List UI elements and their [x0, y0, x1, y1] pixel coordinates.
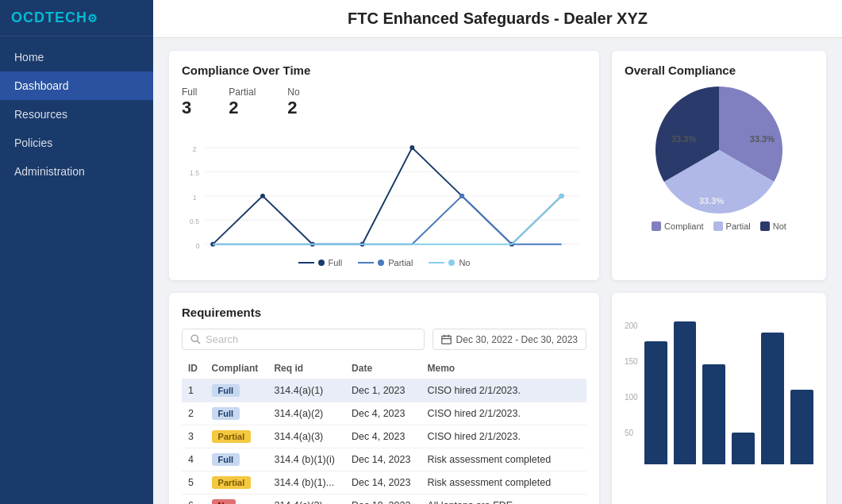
cell-date: Dec 4, 2023 — [345, 425, 421, 448]
stat-no-label: No — [287, 87, 299, 98]
calendar-icon — [441, 334, 452, 344]
pie-legend-partial: Partial — [713, 221, 751, 231]
cell-req-id: 314.4(a)(1) — [267, 379, 345, 402]
search-icon — [190, 334, 201, 344]
topbar: FTC Enhanced Safeguards - Dealer XYZ — [153, 0, 842, 38]
table-row[interactable]: 3 Partial 314.4(a)(3) Dec 4, 2023 CISO h… — [182, 425, 586, 448]
col-req-id: Req id — [267, 358, 345, 379]
legend-full: Full — [298, 258, 343, 267]
sidebar-item-policies[interactable]: Policies — [0, 129, 153, 157]
table-row[interactable]: 4 Full 314.4 (b)(1)(i) Dec 14, 2023 Risk… — [182, 448, 586, 471]
cell-req-id: 314.4(a)(2) — [267, 402, 345, 425]
compliance-badge: No — [212, 499, 236, 504]
stat-no-value: 2 — [287, 98, 299, 118]
compliant-label: Compliant — [664, 221, 704, 231]
cell-compliant: Full — [206, 402, 268, 425]
bars-container — [644, 321, 813, 464]
legend-no-label: No — [459, 258, 470, 267]
svg-text:Dec 12: Dec 12 — [404, 252, 426, 253]
y-axis: 50 100 150 200 — [625, 321, 638, 464]
partial-color — [713, 221, 723, 231]
svg-text:Dec 18: Dec 18 — [503, 252, 525, 253]
cell-id: 6 — [182, 494, 206, 505]
svg-text:Dec 21: Dec 21 — [552, 252, 574, 253]
cell-memo: CISO hired 2/1/2023. — [421, 402, 587, 425]
content-area: Compliance Over Time Full 3 Partial 2 No… — [153, 38, 842, 504]
pie-legend-not: Not — [760, 221, 786, 231]
line-chart-svg: 0 0.5 1 1.5 2 Nov 30 2023 — [182, 126, 586, 253]
pie-label-not: 33.3% — [699, 196, 724, 206]
svg-text:Dec 6: Dec 6 — [306, 252, 325, 253]
stat-partial: Partial 2 — [229, 87, 256, 118]
table-row[interactable]: 2 Full 314.4(a)(2) Dec 4, 2023 CISO hire… — [182, 402, 586, 425]
table-header: ID Compliant Req id Date Memo — [182, 358, 586, 379]
legend-no: No — [429, 258, 470, 267]
bar-rect-5 — [761, 333, 784, 464]
overall-compliance-card: Overall Compliance 33.3% 33.3% 33 — [612, 51, 826, 280]
cell-memo: Risk assessment completed — [421, 448, 587, 471]
cell-date: Dec 4, 2023 — [345, 402, 421, 425]
cell-id: 2 — [182, 402, 206, 425]
svg-text:0.5: 0.5 — [190, 217, 199, 225]
cell-id: 5 — [182, 471, 206, 494]
not-label: Not — [773, 221, 786, 231]
stat-no: No 2 — [287, 87, 299, 118]
bar-4 — [732, 321, 755, 464]
cell-id: 1 — [182, 379, 206, 402]
stat-partial-label: Partial — [229, 87, 256, 98]
col-id: ID — [182, 358, 206, 379]
line-chart-legend: Full Partial No — [182, 258, 586, 267]
sidebar-item-resources[interactable]: Resources — [0, 100, 153, 129]
cell-req-id: 314.4(a)(3) — [267, 425, 345, 448]
search-placeholder: Search — [206, 333, 238, 345]
svg-rect-31 — [441, 336, 450, 344]
main-content: FTC Enhanced Safeguards - Dealer XYZ Com… — [153, 0, 842, 504]
svg-text:Dec 3: Dec 3 — [256, 252, 275, 253]
stat-full: Full 3 — [182, 87, 197, 118]
table-row[interactable]: 1 Full 314.4(a)(1) Dec 1, 2023 CISO hire… — [182, 379, 586, 402]
logo-ocd: OCD — [11, 10, 45, 25]
cell-compliant: Partial — [206, 425, 268, 448]
date-filter[interactable]: Dec 30, 2022 - Dec 30, 2023 — [433, 329, 586, 350]
logo-tech: TECH — [45, 10, 87, 25]
logo-icon: ⚙ — [87, 12, 98, 25]
svg-point-20 — [260, 194, 265, 198]
cell-compliant: Full — [206, 379, 268, 402]
cell-memo: All laptops are FDE — [421, 494, 587, 505]
partial-label: Partial — [726, 221, 751, 231]
cell-date: Dec 19, 2023 — [345, 494, 421, 505]
y-label-150: 150 — [625, 357, 638, 366]
cell-id: 3 — [182, 425, 206, 448]
table-row[interactable]: 5 Partial 314.4 (b)(1)... Dec 14, 2023 R… — [182, 471, 586, 494]
compliance-badge: Partial — [212, 476, 252, 489]
svg-text:2: 2 — [193, 145, 197, 153]
stat-full-value: 3 — [182, 98, 197, 118]
svg-text:Dec 15: Dec 15 — [453, 252, 475, 253]
cell-memo: CISO hired 2/1/2023. — [421, 379, 587, 402]
svg-text:0: 0 — [196, 242, 200, 250]
page-title: FTC Enhanced Safeguards - Dealer XYZ — [169, 10, 826, 28]
cell-req-id: 314.4 (b)(1)... — [267, 471, 345, 494]
search-box[interactable]: Search — [182, 329, 425, 350]
cell-compliant: Full — [206, 448, 268, 471]
col-date: Date — [345, 358, 421, 379]
bar-rect-2 — [674, 321, 697, 464]
legend-partial: Partial — [358, 258, 413, 267]
logo-area: OCDTECH⚙ — [0, 0, 153, 37]
compliance-stats: Full 3 Partial 2 No 2 — [182, 87, 586, 118]
y-label-200: 200 — [625, 321, 638, 330]
table-row[interactable]: 6 No 314.4(c)(3) Dec 19, 2023 All laptop… — [182, 494, 586, 505]
bar-rect-6 — [790, 390, 813, 464]
stat-full-label: Full — [182, 87, 197, 98]
sidebar-item-dashboard[interactable]: Dashboard — [0, 71, 153, 100]
cell-memo: CISO hired 2/1/2023. — [421, 425, 587, 448]
bar-2 — [674, 321, 697, 464]
bar-rect-4 — [732, 433, 755, 464]
sidebar-item-home[interactable]: Home — [0, 43, 153, 71]
bar-3 — [702, 321, 725, 464]
pie-label-partial: 33.3% — [750, 134, 775, 144]
sidebar-item-administration[interactable]: Administration — [0, 157, 153, 186]
svg-point-28 — [559, 194, 564, 198]
cell-req-id: 314.4 (b)(1)(i) — [267, 448, 345, 471]
bar-rect-1 — [644, 341, 667, 464]
